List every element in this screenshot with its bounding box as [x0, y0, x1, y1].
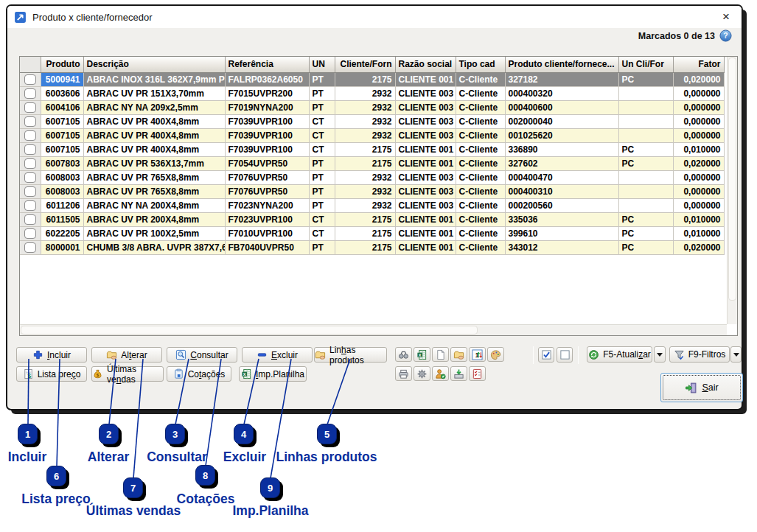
column-header[interactable]: Tipo cad: [456, 57, 505, 72]
table-cell: PC: [618, 72, 673, 86]
table-cell: ABRAC UV PR 765X8,8mm: [83, 170, 225, 184]
folder-hand-icon: [315, 349, 326, 360]
document-icon[interactable]: [432, 347, 449, 362]
window-title: Produto x cliente/fornecedor: [32, 12, 153, 23]
table-cell: 2932: [335, 86, 395, 100]
row-checkbox[interactable]: [24, 130, 36, 141]
table-cell: C-Cliente: [456, 72, 505, 86]
table-cell: PC: [618, 226, 673, 240]
column-header[interactable]: Produto cliente/fornece...: [505, 57, 618, 72]
table-cell: CT: [309, 212, 335, 226]
row-checkbox-cell: [20, 212, 41, 226]
cotacoes-button[interactable]: Cotações: [167, 366, 231, 382]
column-header[interactable]: Referência: [225, 57, 309, 72]
table-row[interactable]: 6022205ABRAC UV PR 100X2,5mmF7010UVPR100…: [20, 226, 724, 240]
row-checkbox[interactable]: [24, 200, 36, 211]
linhas-produtos-button[interactable]: Linhas produtos: [314, 347, 387, 363]
table-cell: F7023NYNA200: [225, 198, 309, 212]
table-cell: 0,000000: [673, 114, 724, 128]
table-cell: CHUMB 3/8 ABRA. UVPR 387X7,6: [83, 240, 225, 254]
row-checkbox[interactable]: [24, 242, 36, 253]
table-cell: F7019NYNA200: [225, 100, 309, 114]
column-header[interactable]: Descrição: [83, 57, 225, 72]
f5-dropdown-button[interactable]: [654, 346, 666, 363]
table-cell: CT: [309, 114, 335, 128]
lista-preco-button[interactable]: $ Lista preço: [16, 366, 87, 382]
table-cell: C-Cliente: [456, 156, 505, 170]
ultimas-vendas-button[interactable]: $ Últimas vendas: [91, 366, 164, 382]
row-checkbox[interactable]: [24, 186, 36, 197]
table-cell: CLIENTE 003: [395, 86, 456, 100]
row-checkbox[interactable]: [24, 74, 36, 85]
checkbox-unchecked-icon[interactable]: [557, 347, 573, 363]
excluir-button[interactable]: Excluir: [242, 347, 313, 363]
f9-filtros-label: F9-Filtros: [688, 349, 726, 360]
table-cell: ABRAC INOX 316L 362X7,9mm P: [83, 72, 225, 86]
f9-filtros-button[interactable]: F9-Filtros: [669, 346, 730, 363]
row-checkbox[interactable]: [24, 88, 36, 99]
excel-export-icon[interactable]: X: [414, 347, 430, 362]
incluir-button[interactable]: Incluir: [16, 347, 87, 363]
table-row[interactable]: 6007105ABRAC UV PR 400X4,8mmF7039UVPR100…: [20, 128, 724, 142]
f5-atualizar-button[interactable]: F5-Atualizar: [587, 346, 652, 363]
table-row[interactable]: 8000001CHUMB 3/8 ABRA. UVPR 387X7,6FB704…: [20, 240, 724, 254]
binoculars-icon[interactable]: [395, 347, 412, 362]
palette-icon[interactable]: [487, 347, 504, 362]
close-icon[interactable]: ×: [719, 10, 733, 24]
column-header-checkbox[interactable]: [20, 57, 41, 72]
table-cell: CT: [309, 128, 335, 142]
consultar-button[interactable]: Consultar: [167, 347, 237, 363]
vertical-scrollbar-thumb[interactable]: [728, 57, 736, 301]
ultimas-vendas-label: Últimas vendas: [107, 364, 163, 385]
horizontal-scrollbar[interactable]: [20, 324, 727, 335]
printer-icon[interactable]: [395, 366, 412, 381]
row-checkbox[interactable]: [24, 228, 36, 239]
horizontal-scrollbar-thumb[interactable]: [21, 326, 478, 335]
f9-dropdown-button[interactable]: [730, 346, 742, 363]
column-header[interactable]: Razão social: [395, 57, 456, 72]
column-header[interactable]: UN: [309, 57, 335, 72]
row-checkbox[interactable]: [24, 116, 36, 127]
callout-badge-5: 5: [317, 424, 337, 444]
table-cell: PC: [618, 142, 673, 156]
table-row[interactable]: 6007105ABRAC UV PR 400X4,8mmF7039UVPR100…: [20, 142, 724, 156]
row-checkbox[interactable]: [24, 172, 36, 183]
column-header[interactable]: Un Cli/For: [618, 57, 673, 72]
row-checkbox-cell: [20, 184, 41, 198]
column-header[interactable]: Cliente/Forn: [335, 57, 395, 72]
row-checkbox[interactable]: [24, 102, 36, 113]
table-row[interactable]: 6004106ABRAC NY NA 209x2,5mmF7019NYNA200…: [20, 100, 724, 114]
table-row[interactable]: 6008003ABRAC UV PR 765X8,8mmF7076UVPR50P…: [20, 170, 724, 184]
sort-order-icon[interactable]: 1: [469, 347, 486, 362]
table-cell: ABRAC UV PR 100X2,5mm: [83, 226, 225, 240]
column-header[interactable]: Produto: [41, 57, 83, 72]
row-checkbox[interactable]: [24, 158, 36, 169]
table-row[interactable]: 6011206ABRAC NY NA 200X4,8mmF7023NYNA200…: [20, 198, 724, 212]
imp-planilha-button[interactable]: X Imp.Planilha: [239, 366, 307, 382]
callout-label-consultar: Consultar: [147, 449, 207, 465]
alterar-button[interactable]: Alterar: [91, 347, 162, 363]
row-checkbox[interactable]: [24, 214, 36, 225]
table-row[interactable]: 5000941ABRAC INOX 316L 362X7,9mm PFALRP0…: [20, 72, 724, 86]
table-cell: 000400310: [505, 184, 618, 198]
table-row[interactable]: 6007105ABRAC UV PR 400X4,8mmF7039UVPR100…: [20, 114, 724, 128]
row-checkbox[interactable]: [24, 144, 36, 155]
receive-icon[interactable]: [450, 366, 467, 381]
folder-hand-icon[interactable]: [450, 347, 467, 362]
table-row[interactable]: 6008003ABRAC UV PR 765X8,8mmF7076UVPR50P…: [20, 184, 724, 198]
table-row[interactable]: 6003606ABRAC UV PR 151X3,70mmF7015UVPR20…: [20, 86, 724, 100]
table-cell: 6007105: [41, 128, 83, 142]
table-cell: 5000941: [41, 72, 83, 86]
table-row[interactable]: 6011505ABRAC UV PR 200X4,8mmF7023UVPR100…: [20, 212, 724, 226]
table-row[interactable]: 6007803ABRAC UV PR 536X13,7mmF7054UVPR50…: [20, 156, 724, 170]
column-header[interactable]: Fator: [673, 57, 724, 72]
checklist-icon[interactable]: [469, 366, 486, 381]
user-check-icon[interactable]: [432, 366, 449, 381]
table-cell: 0,000000: [673, 198, 724, 212]
sair-button[interactable]: Sair: [660, 373, 743, 402]
help-icon[interactable]: ?: [719, 29, 732, 42]
checkbox-checked-icon[interactable]: [538, 347, 554, 363]
table-cell: ABRAC UV PR 765X8,8mm: [83, 184, 225, 198]
vertical-scrollbar[interactable]: [727, 57, 737, 324]
gear-icon[interactable]: [414, 366, 430, 381]
